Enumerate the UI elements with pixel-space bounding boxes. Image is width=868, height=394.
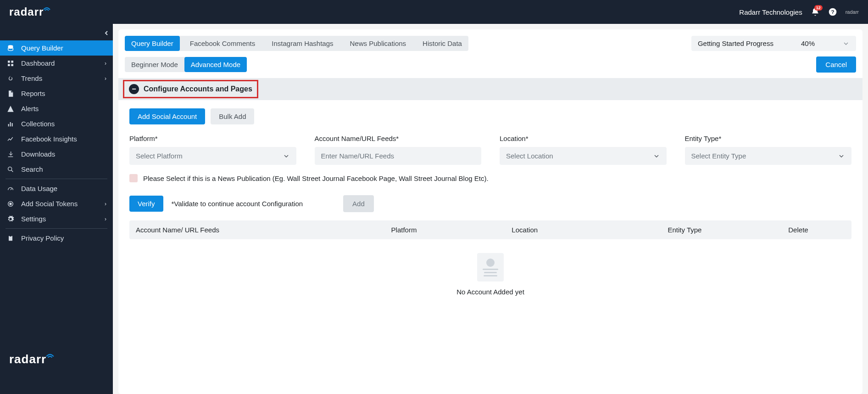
nav-trends[interactable]: Trends › (0, 71, 113, 86)
news-publication-checkbox[interactable] (129, 174, 138, 182)
add-social-account-button[interactable]: Add Social Account (129, 108, 205, 124)
svg-rect-9 (12, 123, 13, 126)
wifi-icon (45, 351, 55, 359)
warning-icon (6, 105, 15, 113)
th-account-name: Account Name/ URL Feeds (136, 226, 391, 234)
location-select[interactable]: Select Location (500, 147, 667, 165)
nav-query-builder[interactable]: Query Builder (0, 40, 113, 56)
select-placeholder: Select Location (506, 152, 553, 160)
nav-label: Privacy Policy (21, 234, 64, 242)
table-header: Account Name/ URL Feeds Platform Locatio… (129, 220, 851, 239)
sidebar-nav: Query Builder Dashboard › Trends › Repor… (0, 24, 113, 338)
tab-beginner-mode[interactable]: Beginner Mode (125, 57, 184, 72)
empty-state: No Account Added yet (129, 239, 851, 305)
progress-label: Getting Started Progress (698, 39, 773, 47)
svg-rect-5 (8, 64, 10, 66)
flame-icon (6, 75, 15, 82)
svg-rect-4 (11, 61, 13, 63)
download-icon (6, 151, 15, 158)
logo-text: radarr (9, 6, 44, 18)
nav-settings[interactable]: Settings › (0, 211, 113, 226)
section-header-highlight: − Configure Accounts and Pages (123, 80, 258, 98)
company-name: Radarr Technologies (739, 8, 802, 16)
nav-collections[interactable]: Collections (0, 116, 113, 131)
nav-label: Settings (21, 215, 46, 223)
tab-advanced-mode[interactable]: Advanced Mode (184, 57, 247, 72)
help-icon[interactable]: ? (828, 7, 837, 17)
mode-tabs: Beginner Mode Advanced Mode (125, 57, 247, 72)
th-entity: Entity Type (668, 226, 788, 234)
select-placeholder: Select Entity Type (691, 152, 746, 160)
entity-label: Entity Type* (685, 135, 852, 142)
sidebar-logo: radarr (0, 338, 113, 394)
tab-facebook-comments[interactable]: Facebook Comments (184, 36, 262, 51)
svg-rect-7 (8, 124, 9, 126)
nav-add-social-tokens[interactable]: Add Social Tokens › (0, 196, 113, 211)
collapse-icon[interactable]: − (129, 84, 139, 94)
section-header: − Configure Accounts and Pages (118, 78, 862, 100)
sidebar: Query Builder Dashboard › Trends › Repor… (0, 24, 113, 394)
file-icon (6, 90, 15, 97)
section-title: Configure Accounts and Pages (144, 85, 252, 93)
tab-instagram-hashtags[interactable]: Instagram Hashtags (265, 36, 339, 51)
nav-data-usage[interactable]: Data Usage (0, 181, 113, 196)
app-header: radarr Radarr Technologies 12 ? radarr (0, 0, 868, 24)
nav-label: Query Builder (21, 44, 63, 52)
nav-label: Data Usage (21, 185, 57, 192)
tab-query-builder[interactable]: Query Builder (125, 36, 180, 51)
chevron-right-icon: › (105, 75, 106, 82)
svg-rect-13 (9, 236, 12, 241)
th-location: Location (512, 226, 668, 234)
empty-state-icon (477, 253, 504, 281)
main-tabs: Query Builder Facebook Comments Instagra… (125, 36, 468, 51)
entity-select[interactable]: Select Entity Type (685, 147, 852, 165)
platform-select[interactable]: Select Platform (129, 147, 296, 165)
wifi-icon (43, 5, 51, 11)
verify-button[interactable]: Verify (129, 196, 163, 212)
svg-rect-8 (10, 122, 11, 126)
nav-search[interactable]: Search (0, 162, 113, 177)
gear-icon (6, 215, 15, 223)
chevron-down-icon (653, 152, 660, 160)
chevron-right-icon: › (105, 216, 106, 222)
target-icon (6, 200, 15, 208)
gauge-icon (6, 185, 15, 192)
chevron-down-icon (283, 152, 290, 160)
nav-label: Alerts (21, 105, 39, 113)
chart-icon (6, 135, 15, 143)
verify-note: *Validate to continue account Configurat… (172, 200, 303, 208)
svg-point-12 (10, 203, 11, 205)
nav-alerts[interactable]: Alerts (0, 101, 113, 116)
nav-facebook-insights[interactable]: Facebook Insights (0, 131, 113, 146)
header-right: Radarr Technologies 12 ? radarr (739, 7, 859, 17)
select-placeholder: Select Platform (136, 152, 183, 160)
nav-label: Collections (21, 120, 55, 128)
chevron-right-icon: › (105, 201, 106, 207)
clipboard-icon (6, 235, 15, 242)
nav-label: Trends (21, 74, 42, 82)
logo-text: radarr (9, 352, 46, 366)
divider (6, 228, 107, 229)
nav-downloads[interactable]: Downloads (0, 146, 113, 162)
location-label: Location* (500, 135, 667, 142)
bars-icon (6, 120, 15, 128)
bulk-add-button[interactable]: Bulk Add (211, 108, 254, 124)
account-label: Account Name/URL Feeds* (315, 135, 482, 142)
chevron-right-icon: › (105, 60, 106, 67)
account-input[interactable] (315, 147, 482, 165)
brand-small: radarr (846, 9, 859, 15)
nav-label: Facebook Insights (21, 135, 77, 143)
nav-privacy-policy[interactable]: Privacy Policy (0, 231, 113, 246)
tab-historic-data[interactable]: Historic Data (416, 36, 468, 51)
progress-box[interactable]: Getting Started Progress 40% (691, 36, 856, 51)
sidebar-collapse-button[interactable] (103, 29, 110, 37)
svg-rect-6 (11, 64, 13, 66)
nav-label: Dashboard (21, 59, 55, 67)
cancel-button[interactable]: Cancel (816, 56, 856, 73)
nav-reports[interactable]: Reports (0, 86, 113, 101)
nav-label: Downloads (21, 150, 55, 158)
tab-news-publications[interactable]: News Publications (344, 36, 413, 51)
checkbox-label: Please Select if this is a News Publicat… (143, 174, 489, 182)
notifications-button[interactable]: 12 (811, 7, 820, 17)
nav-dashboard[interactable]: Dashboard › (0, 56, 113, 71)
